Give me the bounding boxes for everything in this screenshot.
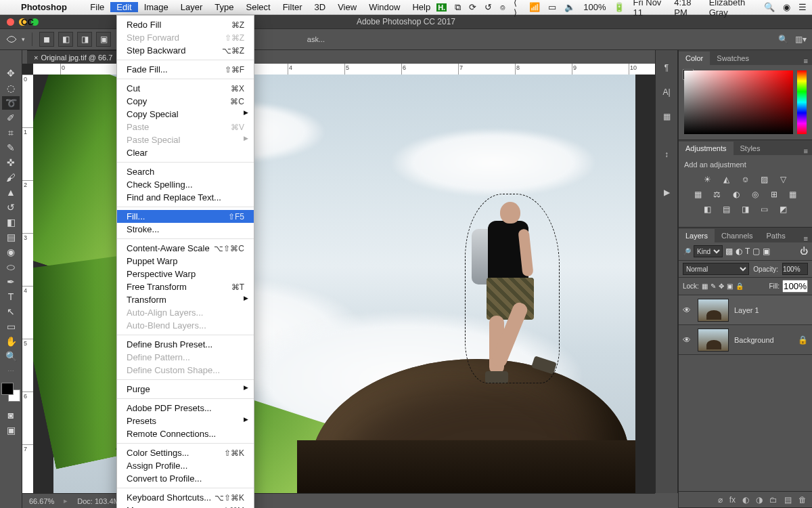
edit-menu-item[interactable]: Puppet Warp xyxy=(117,255,254,268)
edit-menu-item[interactable]: Assign Profile... xyxy=(117,459,254,472)
gradmap-adj-icon[interactable]: ▭ xyxy=(759,204,771,215)
screenmode-tool[interactable]: ▣ xyxy=(2,423,20,437)
hue-adj-icon[interactable]: ▦ xyxy=(692,189,704,200)
threshold-adj-icon[interactable]: ◨ xyxy=(740,204,752,215)
selection-add-button[interactable]: ◧ xyxy=(58,32,73,47)
selection-subtract-button[interactable]: ◨ xyxy=(77,32,92,47)
sync-icon[interactable]: ⟳ xyxy=(469,2,476,12)
timemachine-icon[interactable]: ↺ xyxy=(484,2,492,12)
path-tool[interactable]: ↖ xyxy=(2,305,20,318)
posterize-adj-icon[interactable]: ▤ xyxy=(721,204,733,215)
bluetooth-icon[interactable]: ⌾ xyxy=(500,2,505,12)
wifi-icon[interactable]: 📶 xyxy=(529,2,540,12)
edit-menu-item[interactable]: Stroke... xyxy=(117,223,254,236)
channelmixer-adj-icon[interactable]: ⊞ xyxy=(768,189,780,200)
history-panel-icon[interactable]: ↕ xyxy=(660,148,673,161)
gradient-tool[interactable]: ▤ xyxy=(2,230,20,244)
selection-intersect-button[interactable]: ▣ xyxy=(96,32,111,47)
lock-pos-icon[interactable]: ✥ xyxy=(719,282,724,290)
glyphs-panel-icon[interactable]: ▦ xyxy=(660,110,673,123)
edit-menu-item[interactable]: Redo Fill⌘Z xyxy=(117,18,254,31)
edit-menu-item[interactable]: Step Backward⌥⌘Z xyxy=(117,44,254,57)
menu-window[interactable]: Window xyxy=(363,2,406,12)
character-panel-icon[interactable]: A| xyxy=(660,85,673,99)
edit-menu-item[interactable]: Search xyxy=(117,165,254,178)
notifications-icon[interactable]: ☰ xyxy=(798,2,807,12)
fill-input[interactable] xyxy=(782,280,808,293)
menu-3d[interactable]: 3D xyxy=(309,2,332,12)
marquee-tool[interactable]: ◌ xyxy=(2,81,20,95)
document-tab[interactable]: ×Original jpg.tif @ 66.7 xyxy=(27,50,125,64)
menu-layer[interactable]: Layer xyxy=(175,2,209,12)
menu-type[interactable]: Type xyxy=(208,2,240,12)
filter-adj-icon[interactable]: ◐ xyxy=(736,247,742,256)
filter-smart-icon[interactable]: ▣ xyxy=(763,247,770,256)
actions-panel-icon[interactable]: ▶ xyxy=(660,186,673,199)
eraser-tool[interactable]: ◧ xyxy=(2,215,20,229)
visibility-icon[interactable]: 👁 xyxy=(683,305,692,315)
styles-tab[interactable]: Styles xyxy=(734,142,767,155)
dropdown-caret-icon[interactable]: ▾ xyxy=(22,36,25,43)
edit-menu-item[interactable]: Remote Connections... xyxy=(117,427,254,440)
lock-trans-icon[interactable]: ▦ xyxy=(702,282,708,290)
exposure-adj-icon[interactable]: ▨ xyxy=(759,174,771,185)
type-tool[interactable]: T xyxy=(2,290,20,303)
edit-menu-item[interactable]: Free Transform⌘T xyxy=(117,280,254,293)
zoom-level[interactable]: 66.67% xyxy=(29,497,54,505)
edit-menu-item[interactable]: Fade Fill...⇧⌘F xyxy=(117,63,254,76)
colorbalance-adj-icon[interactable]: ⚖ xyxy=(711,189,723,200)
edit-menu-item[interactable]: Menus...⌥⇧⌘M xyxy=(117,504,254,508)
colorlookup-adj-icon[interactable]: ▦ xyxy=(787,189,799,200)
layer-thumb[interactable] xyxy=(698,299,729,322)
spotlight-icon[interactable]: 🔍 xyxy=(764,2,775,12)
history-brush-tool[interactable]: ↺ xyxy=(2,200,20,214)
layers-tab[interactable]: Layers xyxy=(679,229,715,242)
edit-menu-item[interactable]: Clear xyxy=(117,146,254,159)
dodge-tool[interactable]: ⬭ xyxy=(2,260,20,274)
menu-view[interactable]: View xyxy=(332,2,363,12)
edit-menu-item[interactable]: Find and Replace Text... xyxy=(117,191,254,204)
channels-tab[interactable]: Channels xyxy=(715,229,759,242)
delete-icon[interactable]: 🗑 xyxy=(798,495,807,505)
menubar-date[interactable]: Fri Nov 11 xyxy=(633,0,666,18)
move-tool[interactable]: ✥ xyxy=(2,66,20,80)
volume-icon[interactable]: 🔈 xyxy=(564,2,575,12)
menuextra-icon-1[interactable]: H. xyxy=(436,3,447,12)
panel-menu-icon[interactable]: ≡ xyxy=(800,57,812,65)
stamp-tool[interactable]: ▲ xyxy=(2,186,20,199)
edit-menu-item[interactable]: Color Settings...⇧⌘K xyxy=(117,446,254,459)
link-layers-icon[interactable]: ⌀ xyxy=(718,495,723,505)
edit-menu-item[interactable]: Content-Aware Scale⌥⇧⌘C xyxy=(117,242,254,255)
edit-menu-item[interactable]: Copy Special xyxy=(117,108,254,121)
menu-edit[interactable]: Edit xyxy=(110,2,137,12)
edit-menu-item[interactable]: Convert to Profile... xyxy=(117,472,254,485)
curves-adj-icon[interactable]: ⎊ xyxy=(740,174,752,185)
fg-bg-swatch[interactable] xyxy=(1,383,20,402)
layer-name[interactable]: Background xyxy=(734,336,774,344)
eyedropper-tool[interactable]: ✎ xyxy=(2,141,20,154)
filter-type-icon[interactable]: T xyxy=(745,247,750,256)
lasso-tool[interactable]: ➰ xyxy=(2,96,20,110)
menubar-time[interactable]: 4:18 PM xyxy=(674,0,700,18)
bw-adj-icon[interactable]: ◐ xyxy=(730,189,742,200)
menu-image[interactable]: Image xyxy=(138,2,175,12)
menu-file[interactable]: File xyxy=(84,2,110,12)
shape-tool[interactable]: ▭ xyxy=(2,320,20,333)
selection-new-button[interactable]: ◼ xyxy=(39,32,54,47)
newlayer-icon[interactable]: ▤ xyxy=(784,495,792,505)
vertical-ruler[interactable]: 012345678 xyxy=(22,75,33,493)
lock-artboard-icon[interactable]: ▣ xyxy=(727,282,733,290)
airplay-icon[interactable]: ▭ xyxy=(548,2,556,12)
layer-filter-kind[interactable]: Kind xyxy=(694,245,723,257)
opacity-input[interactable] xyxy=(782,263,808,275)
layer-row[interactable]: 👁 Background 🔒 xyxy=(679,325,812,355)
visibility-icon[interactable]: 👁 xyxy=(683,335,692,345)
lock-all-icon[interactable]: 🔒 xyxy=(736,282,744,290)
paths-tab[interactable]: Paths xyxy=(760,229,792,242)
edit-menu-item[interactable]: Copy⌘C xyxy=(117,95,254,108)
vibrance-adj-icon[interactable]: ▽ xyxy=(777,174,790,185)
hand-tool[interactable]: ✋ xyxy=(2,335,20,348)
photofilter-adj-icon[interactable]: ◎ xyxy=(749,189,761,200)
quick-select-tool[interactable]: ✐ xyxy=(2,111,20,125)
panel-menu-icon[interactable]: ≡ xyxy=(800,147,812,155)
